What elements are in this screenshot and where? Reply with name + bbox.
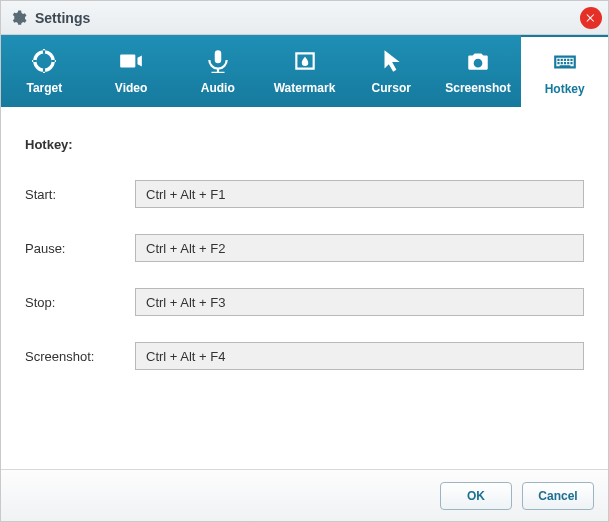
start-label: Start: xyxy=(25,187,135,202)
close-icon xyxy=(585,12,597,24)
tab-watermark[interactable]: Watermark xyxy=(261,35,348,107)
camera-icon xyxy=(465,47,491,75)
start-hotkey-input[interactable] xyxy=(135,180,584,208)
tab-audio[interactable]: Audio xyxy=(174,35,261,107)
stop-label: Stop: xyxy=(25,295,135,310)
hotkey-row-stop: Stop: xyxy=(25,288,584,316)
ok-button[interactable]: OK xyxy=(440,482,512,510)
tab-label: Video xyxy=(115,81,147,95)
microphone-icon xyxy=(205,47,231,75)
pause-label: Pause: xyxy=(25,241,135,256)
settings-window: Settings Target Video Audio xyxy=(0,0,609,522)
tabbar: Target Video Audio Watermark Cursor xyxy=(1,35,608,107)
tab-label: Target xyxy=(26,81,62,95)
content-panel: Hotkey: Start: Pause: Stop: Screenshot: xyxy=(1,107,608,469)
cursor-icon xyxy=(378,47,404,75)
tab-label: Audio xyxy=(201,81,235,95)
screenshot-hotkey-input[interactable] xyxy=(135,342,584,370)
hotkey-row-screenshot: Screenshot: xyxy=(25,342,584,370)
tab-label: Cursor xyxy=(372,81,411,95)
cancel-button[interactable]: Cancel xyxy=(522,482,594,510)
hotkey-row-start: Start: xyxy=(25,180,584,208)
tab-label: Watermark xyxy=(274,81,336,95)
tab-label: Screenshot xyxy=(445,81,510,95)
tab-video[interactable]: Video xyxy=(88,35,175,107)
tab-screenshot[interactable]: Screenshot xyxy=(435,35,522,107)
close-button[interactable] xyxy=(580,7,602,29)
tab-hotkey[interactable]: Hotkey xyxy=(521,35,608,107)
tab-cursor[interactable]: Cursor xyxy=(348,35,435,107)
keyboard-icon xyxy=(552,48,578,76)
window-title: Settings xyxy=(35,10,90,26)
target-icon xyxy=(31,47,57,75)
tab-label: Hotkey xyxy=(545,82,585,96)
hotkey-row-pause: Pause: xyxy=(25,234,584,262)
titlebar: Settings xyxy=(1,1,608,35)
section-title: Hotkey: xyxy=(25,137,584,152)
gear-icon xyxy=(9,9,27,27)
screenshot-label: Screenshot: xyxy=(25,349,135,364)
video-icon xyxy=(118,47,144,75)
stop-hotkey-input[interactable] xyxy=(135,288,584,316)
tab-target[interactable]: Target xyxy=(1,35,88,107)
footer: OK Cancel xyxy=(1,469,608,521)
watermark-icon xyxy=(292,47,318,75)
pause-hotkey-input[interactable] xyxy=(135,234,584,262)
